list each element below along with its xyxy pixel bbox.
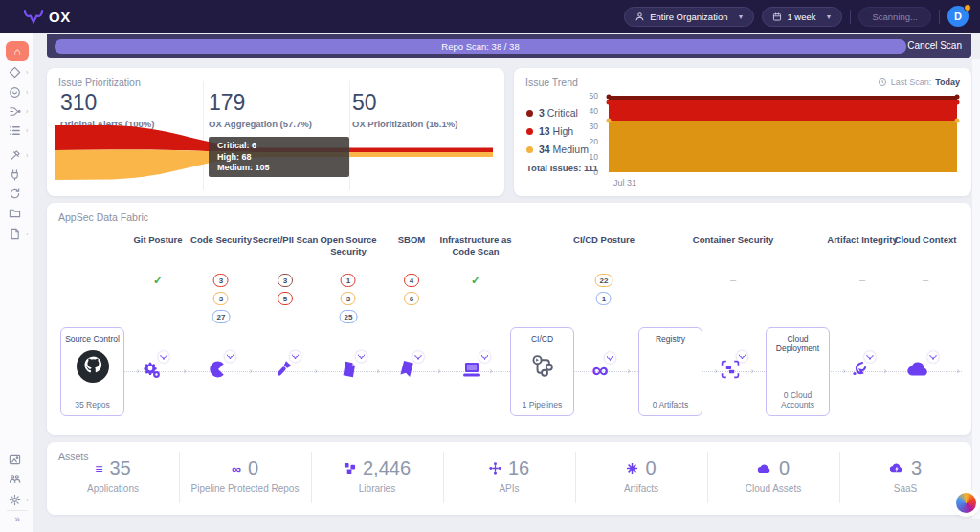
sidebar-item-settings[interactable] bbox=[0, 494, 29, 506]
sidebar-item-team[interactable] bbox=[0, 473, 29, 485]
severity-badge[interactable]: 22 bbox=[595, 274, 613, 287]
y-tick: 30 bbox=[573, 122, 598, 131]
severity-badge[interactable]: 3 bbox=[341, 292, 356, 305]
source-control-box[interactable]: Source Control 35 Repos bbox=[60, 327, 124, 416]
legend-item-high[interactable]: 13 High bbox=[526, 125, 573, 137]
check-icon: ✓ bbox=[153, 274, 163, 287]
asset-apis[interactable]: 16 APIs bbox=[443, 457, 575, 494]
tooltip-high: High: 68 bbox=[217, 152, 341, 164]
saas-cloud-bolt-icon bbox=[889, 462, 904, 475]
severity-badge[interactable]: 25 bbox=[340, 310, 358, 323]
flashlight-icon bbox=[274, 360, 294, 380]
issue-prioritization-panel: Issue Prioritization 310 Original Alerts… bbox=[47, 68, 504, 196]
avatar[interactable]: D bbox=[947, 6, 969, 27]
ox-badge-icon bbox=[864, 351, 876, 363]
stat-value: 179 bbox=[209, 90, 312, 116]
legend-dot-critical bbox=[526, 110, 533, 117]
asset-cloud-assets[interactable]: 0 Cloud Assets bbox=[707, 457, 839, 494]
funnel-tooltip: Critical: 6 High: 68 Medium: 105 bbox=[209, 137, 349, 177]
last-scan: Last Scan: Today bbox=[878, 78, 960, 87]
org-selector-label: Entire Organization bbox=[650, 11, 727, 22]
sidebar-item-scan-history[interactable] bbox=[0, 188, 29, 200]
sidebar-item-repos[interactable] bbox=[0, 207, 29, 219]
severity-badge[interactable]: 3 bbox=[278, 274, 293, 287]
pipeline-node-cloud-context[interactable] bbox=[906, 360, 931, 383]
fabric-status-iac: ✓ bbox=[471, 274, 480, 287]
fabric-status-cloud: – bbox=[923, 274, 928, 285]
sidebar-item-policies[interactable] bbox=[0, 124, 29, 137]
merge-icon bbox=[9, 105, 21, 118]
chat-widget-button[interactable] bbox=[956, 493, 976, 513]
scanning-label: Scanning... bbox=[872, 11, 918, 22]
scrollbar[interactable] bbox=[972, 59, 980, 519]
sidebar-item-reports[interactable] bbox=[0, 228, 29, 240]
asset-artifacts[interactable]: 0 Artifacts bbox=[575, 457, 707, 494]
y-tick: 0 bbox=[573, 167, 598, 177]
ox-security-dashboard: OX Entire Organization ▼ 1 week ▼ Scanni… bbox=[0, 0, 980, 532]
asset-libraries[interactable]: 2,446 Libraries bbox=[311, 457, 443, 494]
scanning-button[interactable]: Scanning... bbox=[858, 7, 931, 27]
pipeline-node-artifact-integrity[interactable] bbox=[849, 360, 868, 383]
severity-badge[interactable]: 27 bbox=[212, 310, 231, 323]
sidebar-item-issues[interactable] bbox=[0, 66, 29, 78]
list-icon bbox=[9, 124, 21, 137]
sidebar-item-discovery[interactable] bbox=[0, 86, 29, 99]
appsec-data-fabric-panel: AppSec Data Fabric Git Posture Code Secu… bbox=[47, 203, 971, 435]
cloud-deployment-box[interactable]: Cloud Deployment 0 Cloud Accounts bbox=[766, 327, 830, 416]
period-selector[interactable]: 1 week ▼ bbox=[762, 7, 842, 27]
pipeline-node-open-source[interactable] bbox=[340, 360, 360, 384]
severity-badge[interactable]: 1 bbox=[596, 292, 612, 305]
severity-badge[interactable]: 5 bbox=[278, 292, 293, 305]
pipeline-node-cicd-posture[interactable]: ∞ bbox=[591, 361, 608, 382]
pipeline-node-secret-scan[interactable] bbox=[274, 360, 294, 384]
ox-badge-icon bbox=[479, 351, 491, 363]
sidebar-item-dashboard[interactable]: ⌂ bbox=[6, 41, 29, 61]
trend-area-chart[interactable] bbox=[609, 96, 957, 172]
asset-value: 0 bbox=[248, 457, 258, 479]
org-selector[interactable]: Entire Organization ▼ bbox=[624, 7, 754, 27]
pipeline-node-container-security[interactable] bbox=[721, 360, 741, 384]
severity-badge[interactable]: 1 bbox=[341, 274, 356, 287]
asset-saas[interactable]: 3 SaaS bbox=[839, 457, 971, 494]
fabric-status-artifact: – bbox=[859, 274, 865, 285]
data-point bbox=[955, 100, 960, 105]
asset-value: 0 bbox=[779, 457, 790, 479]
asset-applications[interactable]: ≡35 Applications bbox=[47, 457, 179, 494]
fabric-badges-secret-pii: 3 5 bbox=[278, 274, 293, 305]
asset-pipeline-protected[interactable]: ∞0 Pipeline Protected Repos bbox=[179, 457, 311, 494]
pipeline-node-iac[interactable] bbox=[461, 360, 483, 383]
box-subtitle: 0 Cloud Accounts bbox=[767, 390, 829, 410]
fabric-status-container: – bbox=[730, 274, 736, 285]
sidebar-item-pipeline-tools[interactable] bbox=[0, 149, 29, 162]
ox-logo[interactable]: OX bbox=[23, 9, 71, 25]
severity-badge[interactable]: 6 bbox=[404, 292, 419, 305]
folder-icon bbox=[9, 207, 21, 219]
fabric-col-iac: Infrastructure as Code Scan bbox=[434, 234, 517, 257]
severity-badge[interactable]: 4 bbox=[404, 274, 419, 287]
sidebar-divider bbox=[7, 510, 28, 511]
cicd-box[interactable]: CI/CD 1 Pipelines bbox=[510, 327, 574, 416]
severity-badge[interactable]: 3 bbox=[213, 292, 229, 305]
sidebar-item-report-center[interactable] bbox=[0, 454, 29, 466]
box-subtitle: 35 Repos bbox=[61, 400, 123, 410]
panel-title: Issue Trend bbox=[525, 77, 578, 88]
pie-icon bbox=[209, 360, 229, 380]
sidebar-collapse-button[interactable]: » bbox=[0, 514, 34, 524]
severity-badge[interactable]: 3 bbox=[213, 274, 229, 287]
gears-icon bbox=[141, 360, 162, 379]
stat-ox-prioritization: 50 OX Prioritization (16.1%) bbox=[352, 90, 457, 129]
registry-box[interactable]: Registry 0 Artifacts bbox=[638, 327, 702, 416]
sidebar-item-flows[interactable] bbox=[0, 105, 29, 118]
legend-text: 3 Critical bbox=[539, 107, 578, 119]
pipeline-node-sbom[interactable] bbox=[397, 360, 416, 383]
legend-dot-high bbox=[526, 128, 533, 135]
assets-panel: Assets ≡35 Applications ∞0 Pipeline Prot… bbox=[47, 442, 971, 515]
legend-item-critical[interactable]: 3 Critical bbox=[526, 107, 578, 119]
sidebar-item-connectors[interactable] bbox=[0, 168, 29, 181]
ox-badge-icon bbox=[158, 351, 169, 363]
pipeline-node-code-security[interactable] bbox=[209, 360, 229, 384]
cancel-scan-button[interactable]: Cancel Scan bbox=[907, 40, 962, 51]
pipeline-node-git-posture[interactable] bbox=[141, 360, 162, 383]
last-scan-value: Today bbox=[935, 78, 960, 87]
api-icon bbox=[489, 462, 501, 475]
